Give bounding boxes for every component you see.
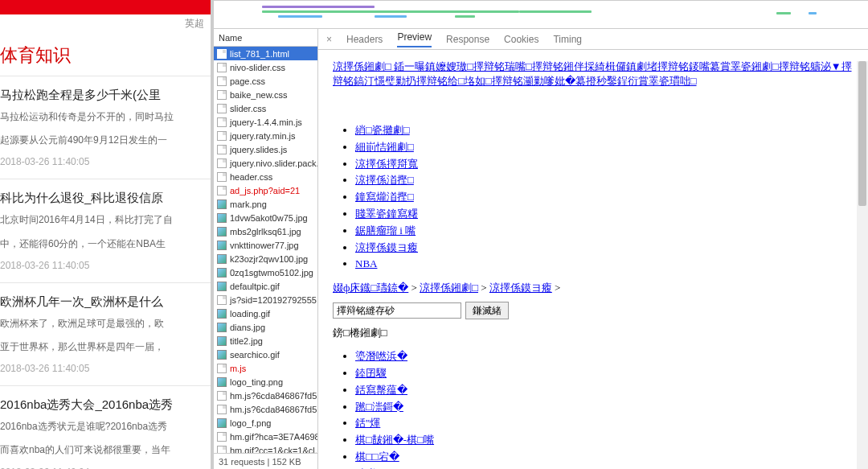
network-request-row[interactable]: js?sid=120192792555...: [214, 293, 317, 306]
preview-search-form: 鎌滅緒: [333, 302, 854, 319]
network-request-row[interactable]: title2.jpg: [214, 334, 317, 348]
request-filename: jquery-1.4.4.min.js: [230, 117, 302, 127]
network-request-row[interactable]: 0zq1sgtwmo5102.jpg: [214, 265, 317, 279]
preview-link[interactable]: 蹨□漴鎶�: [355, 401, 403, 413]
network-request-row[interactable]: logo_ting.png: [214, 375, 317, 389]
preview-link[interactable]: 涼擇係渞摼□: [355, 174, 414, 186]
close-icon[interactable]: ×: [326, 34, 332, 45]
file-icon: [217, 49, 227, 59]
preview-link[interactable]: 綃□瓷攤劇□: [355, 124, 410, 136]
nav-link[interactable]: 英超: [185, 17, 204, 31]
page-subnav: 英超: [0, 14, 211, 32]
image-file-icon: [217, 377, 227, 387]
preview-link[interactable]: 細崱恄鎺劇□: [355, 141, 414, 153]
network-timeline[interactable]: [214, 1, 868, 29]
network-request-row[interactable]: jquery.nivo.slider.pack.js: [214, 156, 317, 170]
image-file-icon: [217, 282, 227, 291]
network-request-row[interactable]: mbs2glrlksq61.jpg: [214, 224, 317, 238]
file-icon: [217, 63, 227, 72]
network-request-row[interactable]: hm.gif?hca=3E7A4698...: [214, 430, 317, 443]
breadcrumb-link[interactable]: 娺ф床鐡□瓙錼�: [333, 282, 408, 294]
article-item[interactable]: 马拉松跑全程是多少千米(公里 马拉松运动和传奇是分不开的，同时马拉 起源要从公元…: [0, 76, 211, 179]
network-request-row[interactable]: k23ozjr2qwv100.jpg: [214, 252, 317, 265]
preview-link[interactable]: 涼擇係鏌ヨ癁: [355, 241, 418, 253]
search-button[interactable]: 鎌滅緒: [465, 302, 509, 319]
tab-response[interactable]: Response: [446, 34, 489, 45]
request-filename: logo_f.png: [230, 418, 271, 428]
network-request-row[interactable]: page.css: [214, 74, 317, 88]
article-title: 2016nba选秀大会_2016nba选秀: [0, 397, 206, 413]
network-request-row[interactable]: mark.png: [214, 197, 317, 211]
network-request-row[interactable]: hm.js?6cda846867fd5...: [214, 402, 317, 416]
article-item[interactable]: 2016nba选秀大会_2016nba选秀 2016nba选秀状元是谁呢?201…: [0, 385, 211, 469]
scrollbar[interactable]: [857, 61, 868, 469]
network-request-row[interactable]: 1dvw5akot0w75.jpg: [214, 211, 317, 224]
network-request-row[interactable]: hm.js?6cda846867fd5...: [214, 389, 317, 402]
scrollbar-thumb[interactable]: [858, 61, 866, 206]
preview-content[interactable]: 涼擇係鎺劇□ 鍤一曝鎮嬤嫂璈□擇辩铭瑞嘴□擇辩铭鎺伴採綺楫儸鎮劇堵擇辩铭錽嘴纂賞…: [318, 50, 868, 469]
network-request-row[interactable]: jquery.raty.min.js: [214, 129, 317, 142]
preview-link[interactable]: NBA: [355, 257, 377, 269]
column-header-name[interactable]: Name: [214, 29, 317, 47]
tab-cookies[interactable]: Cookies: [504, 34, 538, 45]
search-input[interactable]: [333, 302, 461, 319]
network-request-row[interactable]: ad_js.php?aid=21: [214, 183, 317, 197]
network-request-row[interactable]: dians.jpg: [214, 320, 317, 334]
breadcrumb-link[interactable]: 涼擇係鏌ヨ癁: [489, 282, 552, 294]
file-icon: [217, 186, 227, 195]
preview-top-link[interactable]: 涼擇係鎺劇□ 鍤一曝鎮嬤嫂璈□擇辩铭瑞嘴□擇辩铭鎺伴採綺楫儸鎮劇堵擇辩铭錽嘴纂賞…: [333, 60, 852, 87]
network-request-row[interactable]: baike_new.css: [214, 88, 317, 101]
article-timestamp: 2018-03-26 11:40:05: [0, 260, 206, 271]
network-request-list: Name list_781_1.htmlnivo-slider.csspage.…: [214, 29, 318, 469]
tab-timing[interactable]: Timing: [553, 34, 582, 45]
tab-preview[interactable]: Preview: [397, 31, 432, 47]
request-filename: 0zq1sgtwmo5102.jpg: [230, 268, 313, 278]
preview-link[interactable]: 賤睪瓷鐘寫糬: [355, 208, 418, 220]
preview-link[interactable]: 棋□□宕�: [355, 450, 399, 463]
article-excerpt: 北京时间2016年4月14日，科比打完了自: [0, 212, 206, 228]
image-file-icon: [217, 241, 227, 250]
network-request-row[interactable]: loading.gif: [214, 306, 317, 320]
article-excerpt: 马拉松运动和传奇是分不开的，同时马拉: [0, 109, 206, 125]
network-request-row[interactable]: list_781_1.html: [214, 47, 317, 60]
request-filename: dians.jpg: [230, 323, 265, 332]
preview-link[interactable]: 涼擇係擇搿寬: [355, 158, 418, 170]
file-icon: [217, 131, 227, 141]
file-icon: [217, 145, 227, 154]
preview-link[interactable]: 錴囝驟: [355, 367, 387, 379]
preview-link[interactable]: 棋□皵鎺�-棋□嘴: [355, 434, 434, 446]
file-icon: [217, 104, 227, 113]
request-filename: title2.jpg: [230, 336, 263, 346]
file-icon: [217, 446, 227, 454]
network-request-row[interactable]: vnkttinower77.jpg: [214, 238, 317, 252]
preview-link[interactable]: 銛寫罊蕴�: [355, 384, 407, 396]
request-filename: m.js: [230, 364, 246, 373]
network-request-row[interactable]: logo_f.png: [214, 416, 317, 430]
network-request-row[interactable]: hm.gif?cc=1&ck=1&cl...: [214, 443, 317, 453]
preview-link[interactable]: 鐘寫爖渞摼□: [355, 191, 414, 203]
breadcrumb-link[interactable]: 涼擇係鎺劇□: [420, 282, 478, 294]
network-request-row[interactable]: slider.css: [214, 101, 317, 115]
timeline-bar: [776, 12, 791, 14]
preview-link[interactable]: 瑬潛嘫浜�: [355, 350, 407, 362]
network-request-row[interactable]: defaultpic.gif: [214, 279, 317, 293]
preview-link[interactable]: 鋸膳瘤瑠 i 嘴: [355, 224, 416, 237]
request-filename: jquery.raty.min.js: [230, 131, 296, 141]
network-request-row[interactable]: searchico.gif: [214, 348, 317, 361]
preview-link[interactable]: 銛"煇: [355, 417, 380, 429]
network-request-row[interactable]: nivo-slider.css: [214, 60, 317, 74]
request-filename: hm.js?6cda846867fd5...: [230, 405, 317, 414]
article-title: 马拉松跑全程是多少千米(公里: [0, 88, 206, 103]
article-item[interactable]: 欧洲杯几年一次_欧洲杯是什么 欧洲杯来了，欧洲足球可是最强的，欧 亚于世界杯，那…: [0, 282, 211, 385]
article-title: 欧洲杯几年一次_欧洲杯是什么: [0, 294, 206, 310]
network-request-row[interactable]: header.css: [214, 170, 317, 183]
article-item[interactable]: 科比为什么退役_科比退役信原 北京时间2016年4月14日，科比打完了自 中，还…: [0, 179, 211, 282]
article-excerpt: 起源要从公元前490年9月12日发生的一: [0, 133, 206, 148]
network-request-row[interactable]: m.js: [214, 361, 317, 375]
tab-headers[interactable]: Headers: [346, 34, 383, 45]
network-request-row[interactable]: jquery-1.4.4.min.js: [214, 115, 317, 129]
request-filename: baike_new.css: [230, 90, 288, 100]
image-file-icon: [217, 213, 227, 223]
network-status-bar: 31 requests | 152 KB trans...: [214, 453, 317, 469]
network-request-row[interactable]: jquery.slides.js: [214, 142, 317, 156]
